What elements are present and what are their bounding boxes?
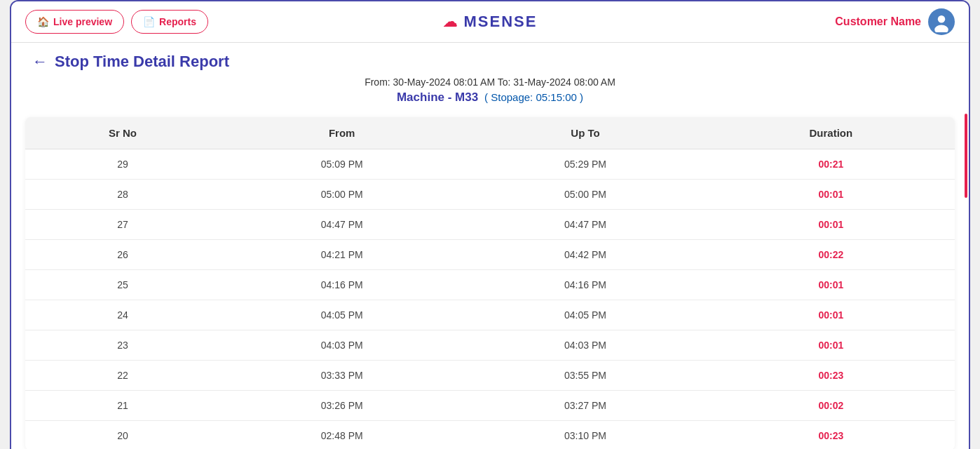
logo-text: MSENSE [464,13,538,31]
table-row: 29 05:09 PM 05:29 PM 00:21 [25,149,955,180]
cell-sr: 23 [25,330,220,361]
cell-sr: 28 [25,180,220,210]
cell-duration: 00:02 [707,391,955,421]
cell-duration: 00:23 [707,361,955,391]
table-row: 28 05:00 PM 05:00 PM 00:01 [25,180,955,210]
col-up-to: Up To [463,117,707,149]
cell-upto: 03:27 PM [463,391,707,421]
cell-duration: 00:23 [707,421,955,450]
table-row: 27 04:47 PM 04:47 PM 00:01 [25,210,955,240]
cell-from: 04:21 PM [220,240,463,270]
table-row: 22 03:33 PM 03:55 PM 00:23 [25,361,955,391]
cell-duration: 00:01 [707,330,955,361]
back-button[interactable]: ← [32,53,48,71]
cell-from: 05:09 PM [220,149,463,180]
cell-sr: 25 [25,270,220,300]
cell-from: 04:03 PM [220,330,463,361]
cell-duration: 00:01 [707,180,955,210]
header-left: 🏠 Live preview 📄 Reports [25,10,208,34]
app-container: 🏠 Live preview 📄 Reports ☁ MSENSE Custom… [10,0,970,449]
home-icon: 🏠 [37,16,49,27]
cell-sr: 26 [25,240,220,270]
cell-upto: 03:10 PM [463,421,707,450]
date-range-text: From: 30-May-2024 08:01 AM To: 31-May-20… [365,76,615,88]
cell-upto: 03:55 PM [463,361,707,391]
table-container: Sr No From Up To Duration 29 05:09 PM 05… [11,110,969,449]
cell-duration: 00:01 [707,300,955,330]
cell-from: 04:16 PM [220,270,463,300]
reports-button[interactable]: 📄 Reports [131,10,208,34]
cell-sr: 20 [25,421,220,450]
avatar [928,8,955,35]
cell-sr: 29 [25,149,220,180]
avatar-icon [931,11,952,32]
cell-upto: 04:47 PM [463,210,707,240]
cell-duration: 00:22 [707,240,955,270]
reports-icon: 📄 [143,16,155,27]
cell-from: 04:47 PM [220,210,463,240]
reports-label: Reports [159,16,196,27]
stopage-info: ( Stopage: 05:15:00 ) [482,91,583,103]
cell-sr: 22 [25,361,220,391]
cell-upto: 05:00 PM [463,180,707,210]
stopage-label: Stopage: [491,91,533,103]
col-sr-no: Sr No [25,117,220,149]
cell-sr: 27 [25,210,220,240]
date-range: From: 30-May-2024 08:01 AM To: 31-May-20… [32,76,948,88]
header-row: Sr No From Up To Duration [25,117,955,149]
live-preview-button[interactable]: 🏠 Live preview [25,10,124,34]
page-title: Stop Time Detail Report [55,53,229,71]
live-preview-label: Live preview [53,16,112,27]
table-row: 21 03:26 PM 03:27 PM 00:02 [25,391,955,421]
cell-from: 03:26 PM [220,391,463,421]
cell-duration: 00:21 [707,149,955,180]
table-row: 25 04:16 PM 04:16 PM 00:01 [25,270,955,300]
cell-upto: 04:05 PM [463,300,707,330]
table-row: 20 02:48 PM 03:10 PM 00:23 [25,421,955,450]
cell-upto: 05:29 PM [463,149,707,180]
sub-header: ← Stop Time Detail Report From: 30-May-2… [11,43,969,110]
header: 🏠 Live preview 📄 Reports ☁ MSENSE Custom… [11,1,969,43]
table-header: Sr No From Up To Duration [25,117,955,149]
header-right: Customer Name [835,8,955,35]
customer-name: Customer Name [835,15,921,28]
cell-from: 03:33 PM [220,361,463,391]
cell-upto: 04:42 PM [463,240,707,270]
scroll-indicator [965,114,967,198]
cell-from: 05:00 PM [220,180,463,210]
cell-from: 02:48 PM [220,421,463,450]
table-row: 26 04:21 PM 04:42 PM 00:22 [25,240,955,270]
col-duration: Duration [707,117,955,149]
data-table: Sr No From Up To Duration 29 05:09 PM 05… [25,117,955,449]
table-row: 23 04:03 PM 04:03 PM 00:01 [25,330,955,361]
stopage-value: 05:15:00 [536,91,576,103]
cell-upto: 04:03 PM [463,330,707,361]
cell-duration: 00:01 [707,210,955,240]
table-body: 29 05:09 PM 05:29 PM 00:21 28 05:00 PM 0… [25,149,955,450]
col-from: From [220,117,463,149]
cell-upto: 04:16 PM [463,270,707,300]
cell-sr: 24 [25,300,220,330]
svg-point-1 [938,15,946,23]
cell-sr: 21 [25,391,220,421]
logo-icon: ☁ [443,13,458,30]
cell-from: 04:05 PM [220,300,463,330]
machine-info: Machine - M33 ( Stopage: 05:15:00 ) [32,91,948,105]
logo: ☁ MSENSE [443,13,538,31]
machine-label: Machine - M33 [397,91,478,104]
page-title-row: ← Stop Time Detail Report [32,53,948,71]
table-row: 24 04:05 PM 04:05 PM 00:01 [25,300,955,330]
cell-duration: 00:01 [707,270,955,300]
